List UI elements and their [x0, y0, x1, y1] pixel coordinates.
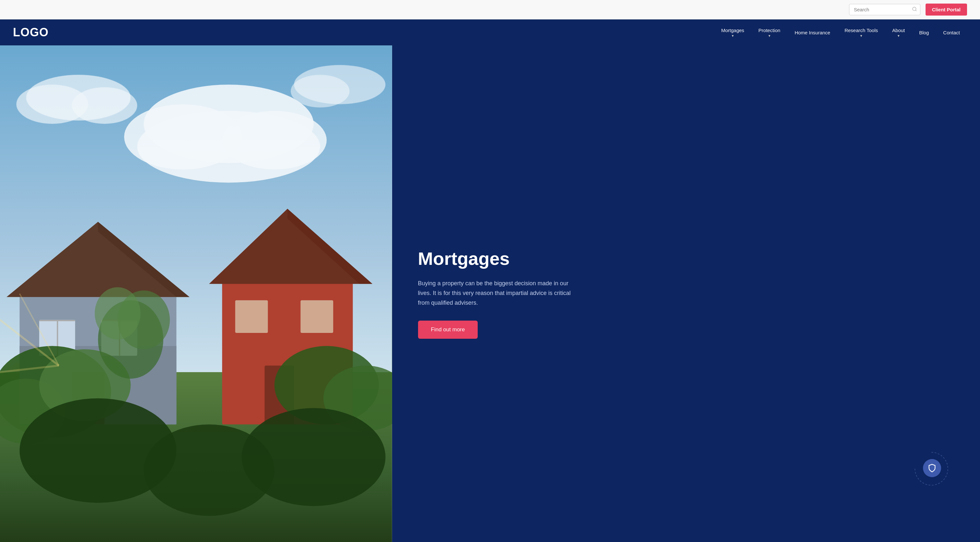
chevron-down-icon: ▼: [731, 34, 734, 38]
nav-label-about: About: [892, 27, 905, 33]
client-portal-button[interactable]: Client Portal: [926, 3, 967, 16]
svg-point-10: [72, 87, 137, 124]
hero-description: Buying a property can be the biggest dec…: [418, 279, 580, 308]
chevron-down-icon: ▼: [860, 34, 863, 38]
svg-point-7: [137, 111, 320, 183]
svg-point-42: [242, 408, 386, 506]
hero-image-panel: [0, 45, 392, 542]
chevron-down-icon: ▼: [897, 34, 900, 38]
main-content: Mortgages Buying a property can be the b…: [0, 45, 980, 542]
nav-link-blog[interactable]: Blog: [912, 26, 936, 39]
nav-item-about[interactable]: About ▼: [885, 24, 912, 41]
nav-link-mortgages[interactable]: Mortgages ▼: [714, 24, 751, 41]
hero-content-panel: Mortgages Buying a property can be the b…: [392, 45, 980, 542]
nav-label-mortgages: Mortgages: [721, 27, 744, 33]
top-bar: Client Portal: [0, 0, 980, 19]
nav-item-contact[interactable]: Contact: [936, 26, 967, 39]
find-out-more-button[interactable]: Find out more: [418, 320, 478, 339]
navigation-bar: LOGO Mortgages ▼ Protection ▼ Home Insur…: [0, 19, 980, 45]
nav-label-contact: Contact: [943, 30, 960, 35]
nav-label-research-tools: Research Tools: [845, 27, 878, 33]
nav-item-research-tools[interactable]: Research Tools ▼: [837, 24, 885, 41]
nav-label-blog: Blog: [919, 30, 929, 35]
nav-link-contact[interactable]: Contact: [936, 26, 967, 39]
nav-label-protection: Protection: [758, 27, 780, 33]
hero-title: Mortgages: [418, 249, 580, 269]
shield-float-icon: [923, 459, 941, 477]
nav-label-home-insurance: Home Insurance: [795, 30, 830, 35]
nav-link-home-insurance[interactable]: Home Insurance: [788, 26, 837, 39]
chevron-down-icon: ▼: [768, 34, 771, 38]
nav-link-about[interactable]: About ▼: [885, 24, 912, 41]
nav-link-research-tools[interactable]: Research Tools ▼: [837, 24, 885, 41]
search-wrapper: [849, 4, 920, 15]
nav-item-home-insurance[interactable]: Home Insurance: [788, 26, 837, 39]
nav-links: Mortgages ▼ Protection ▼ Home Insurance …: [714, 24, 967, 41]
nav-link-protection[interactable]: Protection ▼: [751, 24, 788, 41]
svg-point-37: [95, 287, 140, 340]
svg-rect-30: [301, 300, 333, 333]
house-photo: [0, 45, 392, 542]
svg-rect-29: [235, 300, 268, 333]
nav-item-mortgages[interactable]: Mortgages ▼: [714, 24, 751, 41]
house-illustration: [0, 45, 392, 542]
nav-item-blog[interactable]: Blog: [912, 26, 936, 39]
nav-item-protection[interactable]: Protection ▼: [751, 24, 788, 41]
search-input[interactable]: [849, 4, 920, 15]
site-logo: LOGO: [13, 26, 49, 39]
svg-point-12: [291, 75, 349, 108]
dashed-arc-decoration: [912, 449, 951, 488]
hero-text-block: Mortgages Buying a property can be the b…: [418, 249, 580, 339]
